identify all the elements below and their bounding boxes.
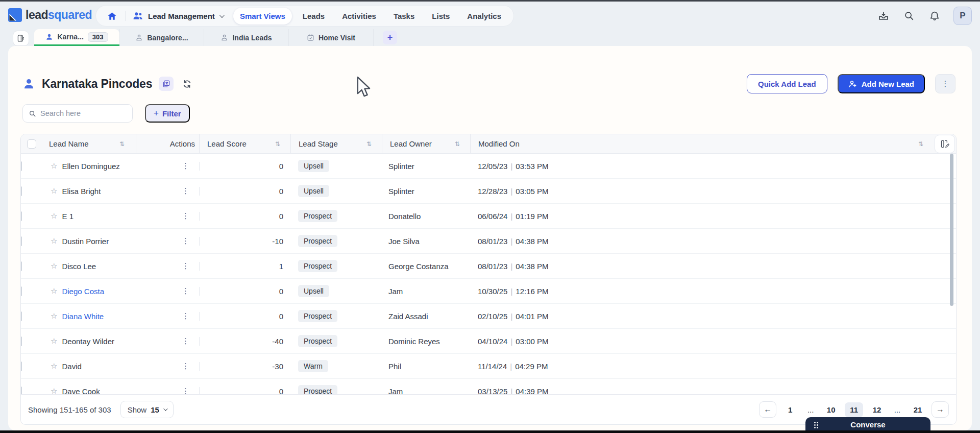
nav-item-tasks[interactable]: Tasks — [387, 8, 421, 25]
lead-name-link[interactable]: Deontay Wilder — [62, 337, 114, 346]
table-scrollbar[interactable] — [950, 154, 953, 306]
row-checkbox[interactable] — [21, 336, 22, 346]
nav-item-smart-views[interactable]: Smart Views — [233, 8, 292, 25]
lead-name-link[interactable]: Elisa Bright — [62, 187, 101, 196]
filter-button[interactable]: + Filter — [145, 104, 190, 123]
add-tab-button[interactable]: + — [383, 31, 397, 44]
row-checkbox[interactable] — [21, 286, 22, 296]
lead-name-link[interactable]: Disco Lee — [62, 262, 96, 271]
tab-india-leads[interactable]: India Leads — [204, 29, 289, 46]
row-actions-menu-icon[interactable]: ⋮ — [182, 261, 190, 271]
page-size-dropdown[interactable]: Show15 — [120, 401, 174, 418]
previous-page-button[interactable]: ← — [759, 401, 776, 418]
star-icon[interactable]: ☆ — [51, 211, 57, 221]
star-icon[interactable]: ☆ — [51, 311, 57, 321]
star-icon[interactable]: ☆ — [51, 186, 57, 196]
table-row[interactable]: ☆ E 1 ⋮ 0 Prospect Donatello 06/06/24|01… — [21, 204, 956, 229]
column-lead-name[interactable]: Lead Name⇅ — [42, 134, 136, 153]
star-icon[interactable]: ☆ — [51, 336, 57, 346]
row-checkbox[interactable] — [21, 311, 22, 321]
home-icon[interactable] — [104, 8, 119, 23]
row-actions-menu-icon[interactable]: ⋮ — [182, 311, 190, 321]
star-icon[interactable]: ☆ — [51, 161, 57, 171]
tab-bangalore[interactable]: Bangalore... — [119, 29, 204, 46]
sidebar-toggle-button[interactable] — [13, 31, 29, 46]
nav-item-leads[interactable]: Leads — [296, 8, 331, 25]
lead-name-link[interactable]: Dustin Porrier — [62, 237, 109, 246]
view-settings-icon[interactable] — [159, 77, 174, 91]
select-all-checkbox[interactable] — [27, 139, 36, 149]
workspace-switcher[interactable]: Lead Management — [132, 11, 230, 20]
page-title: Karnataka Pincodes — [42, 77, 152, 91]
tab-home-visit[interactable]: Home Visit — [289, 29, 374, 46]
nav-item-lists[interactable]: Lists — [425, 8, 456, 25]
tab-karnataka-pincodes[interactable]: Karna... 303 — [34, 29, 119, 46]
star-icon[interactable]: ☆ — [51, 362, 57, 371]
refresh-icon[interactable] — [180, 77, 193, 90]
column-lead-owner[interactable]: Lead Owner⇅ — [382, 134, 470, 153]
more-options-button[interactable]: ⋮ — [935, 74, 955, 93]
sort-icon[interactable]: ⇅ — [918, 140, 923, 148]
table-row[interactable]: ☆ Disco Lee ⋮ 1 Prospect George Costanza… — [21, 254, 956, 279]
inbox-import-icon[interactable] — [877, 9, 890, 22]
star-icon[interactable]: ☆ — [51, 261, 57, 271]
page-number[interactable]: 10 — [824, 402, 838, 417]
row-checkbox[interactable] — [21, 186, 22, 196]
lead-name-link[interactable]: Ellen Dominguez — [62, 162, 119, 171]
star-icon[interactable]: ☆ — [51, 286, 57, 296]
column-settings-button[interactable] — [935, 135, 955, 153]
table-row[interactable]: ☆ Dustin Porrier ⋮ -10 Prospect Joe Silv… — [21, 229, 956, 254]
lead-name-link[interactable]: David — [62, 362, 81, 371]
smart-view-tabbar: Karna... 303 Bangalore... India Leads Ho… — [0, 29, 980, 46]
tab-count-badge: 303 — [88, 32, 108, 42]
leadsquared-logo[interactable]: leadsquared — [8, 8, 92, 22]
separator: | — [510, 337, 512, 346]
table-row[interactable]: ☆ Diana White ⋮ 0 Prospect Zaid Assadi 0… — [21, 304, 956, 329]
nav-item-analytics[interactable]: Analytics — [460, 8, 508, 25]
row-checkbox[interactable] — [21, 161, 22, 171]
notifications-bell-icon[interactable] — [928, 9, 941, 22]
table-row[interactable]: ☆ Diego Costa ⋮ 0 Upsell Jam 10/30/25|12… — [21, 279, 956, 304]
sort-icon[interactable]: ⇅ — [455, 140, 460, 148]
leads-table: Lead Name⇅ Actions Lead Score⇅ Lead Stag… — [20, 134, 957, 425]
table-row[interactable]: ☆ Deontay Wilder ⋮ -40 Prospect Dominic … — [21, 329, 956, 354]
row-checkbox[interactable] — [21, 236, 22, 246]
row-checkbox[interactable] — [21, 261, 22, 271]
star-icon[interactable]: ☆ — [51, 236, 57, 246]
modified-on-value: 12/28/23|03:05 PM — [470, 187, 956, 196]
row-actions-menu-icon[interactable]: ⋮ — [182, 286, 190, 296]
table-row[interactable]: ☆ David ⋮ -30 Warm Phil 11/14/24|04:29 P… — [21, 354, 956, 379]
table-row[interactable]: ☆ Ellen Dominguez ⋮ 0 Upsell Splinter 12… — [21, 154, 956, 179]
sort-icon[interactable]: ⇅ — [275, 140, 280, 148]
page-ellipsis: ... — [891, 402, 904, 417]
add-new-lead-button[interactable]: Add New Lead — [838, 74, 925, 93]
column-lead-stage[interactable]: Lead Stage⇅ — [290, 134, 382, 153]
nav-item-activities[interactable]: Activities — [335, 8, 383, 25]
search-icon[interactable] — [902, 9, 916, 22]
row-actions-menu-icon[interactable]: ⋮ — [182, 336, 190, 346]
page-number[interactable]: 21 — [911, 402, 924, 417]
column-modified-on[interactable]: Modified On⇅ — [470, 134, 956, 153]
quick-add-lead-button[interactable]: Quick Add Lead — [747, 74, 827, 93]
row-actions-menu-icon[interactable]: ⋮ — [182, 236, 190, 246]
search-input[interactable] — [40, 109, 122, 117]
sort-icon[interactable]: ⇅ — [119, 140, 125, 148]
column-lead-score[interactable]: Lead Score⇅ — [199, 134, 290, 153]
sort-icon[interactable]: ⇅ — [366, 140, 372, 148]
row-checkbox[interactable] — [21, 211, 22, 221]
table-row[interactable]: ☆ Elisa Bright ⋮ 0 Upsell Splinter 12/28… — [21, 179, 956, 204]
lead-score-value: 0 — [199, 187, 290, 196]
user-avatar[interactable]: P — [953, 7, 972, 25]
row-actions-menu-icon[interactable]: ⋮ — [182, 186, 190, 196]
page-number[interactable]: 11 — [845, 402, 863, 417]
row-checkbox[interactable] — [21, 362, 22, 371]
lead-name-link[interactable]: Diana White — [62, 312, 104, 321]
next-page-button[interactable]: → — [932, 401, 949, 418]
page-number[interactable]: 12 — [870, 402, 884, 417]
row-actions-menu-icon[interactable]: ⋮ — [182, 362, 190, 371]
lead-name-link[interactable]: Diego Costa — [62, 287, 104, 296]
page-number[interactable]: 1 — [783, 402, 797, 417]
row-actions-menu-icon[interactable]: ⋮ — [182, 161, 190, 171]
lead-name-link[interactable]: E 1 — [62, 212, 74, 221]
row-actions-menu-icon[interactable]: ⋮ — [182, 211, 190, 221]
